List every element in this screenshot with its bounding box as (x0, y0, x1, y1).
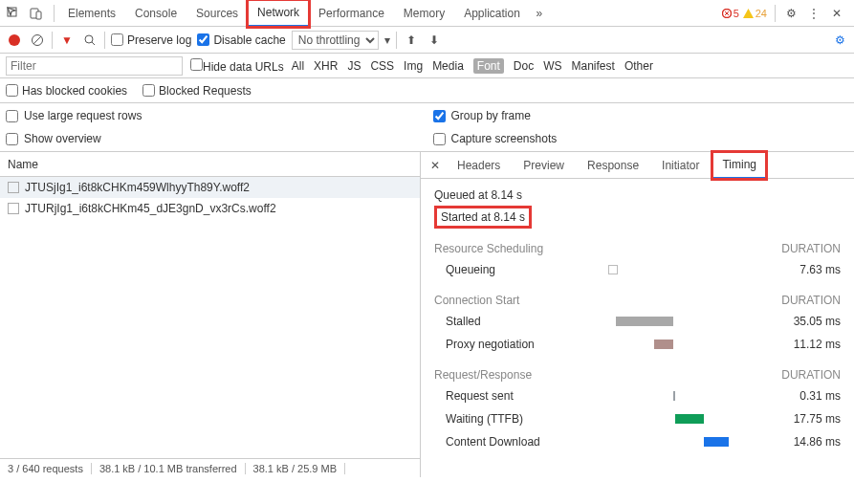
waiting-bar (675, 414, 704, 424)
search-icon[interactable] (81, 32, 99, 49)
table-row[interactable]: JTURjIg1_i6t8kCHKm45_dJE3gnD_vx3rCs.woff… (0, 198, 420, 219)
device-icon[interactable] (27, 4, 46, 23)
network-toolbar: ▼ Preserve log Disable cache No throttli… (0, 27, 854, 54)
type-xhr[interactable]: XHR (314, 59, 338, 73)
warn-badge[interactable]: 24 (741, 8, 769, 19)
queued-text: Queued at 8.14 s (434, 188, 841, 202)
svg-line-9 (92, 42, 95, 45)
large-rows-checkbox[interactable]: Use large request rows (6, 109, 422, 122)
type-js[interactable]: JS (347, 59, 361, 73)
type-ws[interactable]: WS (543, 59, 561, 73)
download-label: Content Download (434, 435, 587, 449)
reqresp-header: Request/Response (434, 368, 532, 382)
type-font[interactable]: Font (473, 58, 504, 74)
detail-tabs: ✕ Headers Preview Response Initiator Tim… (421, 152, 854, 179)
proxy-label: Proxy negotiation (434, 338, 587, 351)
close-icon[interactable]: ✕ (827, 4, 846, 23)
dtab-response[interactable]: Response (578, 153, 648, 178)
tab-console[interactable]: Console (125, 1, 186, 26)
proxy-bar (654, 340, 673, 349)
preserve-log-checkbox[interactable]: Preserve log (111, 33, 191, 47)
type-other[interactable]: Other (624, 59, 653, 73)
dtab-timing[interactable]: Timing (712, 152, 766, 179)
dtab-headers[interactable]: Headers (448, 153, 510, 178)
hide-data-urls-label: Hide data URLs (203, 60, 284, 74)
download-icon[interactable]: ⬇ (426, 32, 443, 49)
detail-pane: ✕ Headers Preview Response Initiator Tim… (421, 152, 854, 477)
type-doc[interactable]: Doc (514, 59, 534, 73)
connection-header: Connection Start (434, 294, 519, 307)
blocked-cookies-checkbox[interactable]: Has blocked cookies (6, 84, 127, 98)
inspect-icon[interactable] (4, 4, 23, 23)
sent-value: 0.31 ms (769, 389, 841, 403)
preserve-log-label: Preserve log (127, 33, 191, 47)
type-media[interactable]: Media (432, 59, 464, 73)
gear-icon[interactable]: ⚙ (781, 4, 800, 23)
stalled-value: 35.05 ms (769, 315, 841, 328)
record-button[interactable] (6, 32, 23, 49)
name-column-header[interactable]: Name (0, 152, 420, 177)
started-text: Started at 8.14 s (441, 210, 525, 224)
type-css[interactable]: CSS (370, 59, 394, 73)
devtools-tabbar: Elements Console Sources Network Perform… (0, 0, 854, 27)
stalled-label: Stalled (434, 315, 587, 328)
more-tabs-icon[interactable]: » (530, 4, 549, 23)
stalled-bar (616, 317, 673, 326)
group-frame-label: Group by frame (451, 109, 531, 122)
download-value: 14.86 ms (769, 435, 841, 449)
tab-performance[interactable]: Performance (309, 1, 394, 26)
network-settings-icon[interactable]: ⚙ (831, 32, 848, 49)
group-frame-checkbox[interactable]: Group by frame (433, 109, 849, 122)
capture-screenshots-checkbox[interactable]: Capture screenshots (433, 132, 849, 145)
download-bar (704, 437, 729, 447)
main-area: Name JTUSjIg1_i6t8kCHKm459WlhyyTh89Y.wof… (0, 152, 854, 477)
tab-sources[interactable]: Sources (186, 1, 248, 26)
waiting-label: Waiting (TTFB) (434, 412, 587, 426)
request-name: JTUSjIg1_i6t8kCHKm459WlhyyTh89Y.woff2 (25, 181, 250, 194)
filter-bar: Hide data URLs All XHR JS CSS Img Media … (0, 54, 854, 78)
status-transfer: 38.1 kB / 10.1 MB transferred (92, 463, 246, 474)
table-row[interactable]: JTUSjIg1_i6t8kCHKm459WlhyyTh89Y.woff2 (0, 177, 420, 198)
upload-icon[interactable]: ⬆ (403, 32, 420, 49)
duration-header: DURATION (781, 294, 841, 307)
status-resources: 38.1 kB / 25.9 MB (246, 463, 345, 474)
started-highlight: Started at 8.14 s (434, 206, 532, 229)
tab-memory[interactable]: Memory (394, 1, 454, 26)
close-detail-icon[interactable]: ✕ (427, 159, 444, 172)
tab-network[interactable]: Network (248, 0, 309, 27)
sent-label: Request sent (434, 389, 587, 403)
filter-icon[interactable]: ▼ (58, 32, 76, 49)
svg-point-8 (85, 35, 93, 43)
request-name: JTURjIg1_i6t8kCHKm45_dJE3gnD_vx3rCs.woff… (25, 202, 276, 215)
queueing-label: Queueing (434, 263, 587, 276)
file-icon (8, 203, 19, 214)
status-requests: 3 / 640 requests (0, 463, 92, 474)
large-rows-label: Use large request rows (24, 109, 142, 122)
blocked-requests-checkbox[interactable]: Blocked Requests (142, 84, 252, 98)
request-list: Name JTUSjIg1_i6t8kCHKm459WlhyyTh89Y.wof… (0, 152, 421, 477)
svg-rect-2 (36, 11, 41, 19)
filter-input[interactable] (6, 56, 183, 76)
capture-ss-label: Capture screenshots (451, 132, 558, 145)
hide-data-urls-checkbox[interactable]: Hide data URLs (190, 58, 284, 74)
warn-count: 24 (755, 8, 767, 19)
dtab-preview[interactable]: Preview (514, 153, 574, 178)
kebab-icon[interactable]: ⋮ (804, 4, 823, 23)
proxy-value: 11.12 ms (769, 338, 841, 351)
type-manifest[interactable]: Manifest (572, 59, 615, 73)
type-all[interactable]: All (292, 59, 304, 73)
duration-header: DURATION (781, 242, 841, 255)
dtab-initiator[interactable]: Initiator (652, 153, 709, 178)
error-badge[interactable]: 5 (720, 8, 741, 19)
throttling-select[interactable]: No throttling (292, 31, 379, 50)
disable-cache-checkbox[interactable]: Disable cache (197, 33, 285, 47)
file-icon (8, 182, 19, 193)
tab-elements[interactable]: Elements (58, 1, 125, 26)
error-count: 5 (734, 8, 739, 19)
show-overview-checkbox[interactable]: Show overview (6, 132, 422, 145)
clear-icon[interactable] (29, 32, 46, 49)
type-img[interactable]: Img (404, 59, 423, 73)
tab-application[interactable]: Application (454, 1, 530, 26)
status-bar: 3 / 640 requests 38.1 kB / 10.1 MB trans… (0, 458, 420, 477)
queueing-value: 7.63 ms (769, 263, 841, 276)
